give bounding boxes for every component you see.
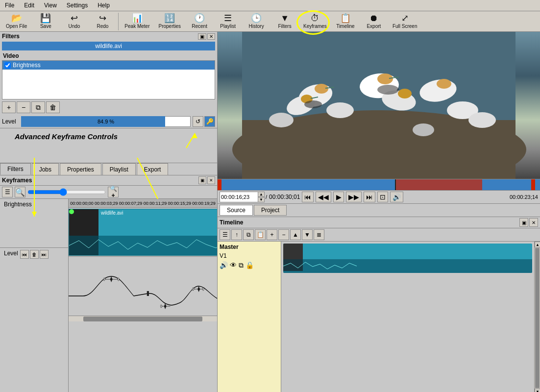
- toolbar-open-file[interactable]: 📂 Open File: [2, 12, 31, 30]
- btn-skip-end[interactable]: ⏭: [364, 192, 375, 202]
- kf-prev-keyframe-btn[interactable]: ⏮: [20, 250, 29, 259]
- tab-properties[interactable]: Properties: [60, 163, 101, 175]
- tl-close-btn[interactable]: ✕: [529, 218, 538, 227]
- btn-prev-frame[interactable]: ◀◀: [316, 192, 331, 202]
- btn-next-frame[interactable]: ▶▶: [346, 192, 362, 202]
- toolbar-history[interactable]: 🕒 History: [243, 12, 270, 30]
- kf-menu-btn[interactable]: ☰: [2, 187, 13, 197]
- toolbar-peak-meter[interactable]: 📊 Peak Meter: [121, 12, 153, 30]
- tl-scroll-thumb[interactable]: [535, 248, 540, 388]
- menu-file[interactable]: File: [2, 1, 17, 10]
- menu-settings[interactable]: Settings: [64, 1, 91, 10]
- filters-empty-space: [2, 70, 215, 99]
- tl-scroll-down[interactable]: ▼: [535, 389, 540, 392]
- tl-toolbar: ☰ ↑ ⧉ 📋 + − ▲ ▼ ≣: [218, 228, 540, 242]
- video-content-svg: [218, 32, 540, 179]
- tl-lock-icon[interactable]: 🔒: [245, 261, 254, 270]
- kf-level-track-label-row: Level ⏮ 🗑 ⏭: [0, 248, 68, 261]
- menu-help[interactable]: Help: [95, 1, 113, 10]
- btn-skip-start[interactable]: ⏮: [302, 192, 314, 202]
- playlist-icon: ☰: [224, 14, 232, 23]
- filter-add-btn[interactable]: +: [2, 101, 16, 113]
- toolbar-recent[interactable]: 🕐 Recent: [186, 12, 213, 30]
- kf-zoom-out-btn[interactable]: 🔍: [15, 187, 25, 197]
- tl-vertical-scrollbar[interactable]: ▲ ▼: [534, 242, 540, 392]
- filter-checkbox-brightness[interactable]: [4, 62, 11, 69]
- kf-next-keyframe-btn[interactable]: ⏭: [40, 250, 49, 259]
- tl-scroll-up[interactable]: ▲: [535, 242, 540, 247]
- kf-close-btn[interactable]: ✕: [207, 176, 215, 184]
- bottom-tabs: Filters Jobs Properties Playlist Export: [0, 163, 217, 175]
- peak-meter-icon: 📊: [132, 14, 143, 23]
- left-panel: Filters ▣ ✕ wildlife.avi Video Brightnes…: [0, 32, 218, 392]
- timecode-down[interactable]: ▼: [258, 197, 265, 202]
- toolbar-filters[interactable]: ▼ Filters: [271, 12, 298, 30]
- tl-master-label: Master: [220, 244, 279, 250]
- tl-restore-btn[interactable]: ▣: [519, 218, 528, 227]
- filter-remove-btn[interactable]: −: [17, 101, 30, 113]
- kf-clip1[interactable]: wildlife.avi: [69, 209, 217, 256]
- tl-copy-btn[interactable]: ⧉: [243, 229, 254, 240]
- filter-copy-btn[interactable]: ⧉: [31, 101, 45, 113]
- timecode-spinners: ▲ ▼: [258, 192, 265, 202]
- svg-point-29: [315, 84, 328, 94]
- filters-close-btn[interactable]: ✕: [207, 33, 215, 40]
- tl-add-btn[interactable]: +: [267, 229, 277, 240]
- tab-jobs[interactable]: Jobs: [32, 163, 59, 175]
- toolbar-timeline[interactable]: 📋 Timeline: [332, 12, 359, 30]
- toolbar-timeline-label: Timeline: [336, 24, 354, 29]
- tl-remove-btn[interactable]: −: [278, 229, 289, 240]
- toolbar-keyframes-label: Keyframes: [303, 24, 327, 29]
- kf-ruler-ticks: 00:00:00;00 00:00:03;29 00:00:07;29 00:0…: [69, 201, 217, 206]
- btn-in-out[interactable]: ⊡: [377, 192, 388, 202]
- toolbar-playlist[interactable]: ☰ Playlist: [214, 12, 242, 30]
- toolbar-undo[interactable]: ↩ Undo: [60, 12, 88, 30]
- tl-audio-icon[interactable]: 🔊: [220, 261, 228, 270]
- btn-play[interactable]: ▶: [333, 192, 344, 202]
- menu-edit[interactable]: Edit: [21, 1, 37, 10]
- tl-paste-btn[interactable]: 📋: [255, 229, 266, 240]
- toolbar-redo[interactable]: ↪ Redo: [89, 12, 116, 30]
- tl-down-btn[interactable]: ▼: [302, 229, 313, 240]
- filter-paste-btn[interactable]: 🗑: [46, 101, 60, 113]
- full-screen-icon: ⤢: [401, 14, 409, 23]
- timecode-up[interactable]: ▲: [258, 192, 265, 197]
- tab-filters[interactable]: Filters: [0, 163, 31, 175]
- tl-up-btn[interactable]: ▲: [290, 229, 301, 240]
- kf-zoom-slider[interactable]: [27, 188, 106, 196]
- tl-lift-btn[interactable]: ↑: [231, 229, 242, 240]
- advanced-keyframe-label: Advanced Keyframe Controls: [0, 128, 217, 145]
- timecode-field[interactable]: [221, 194, 258, 200]
- tab-playlist[interactable]: Playlist: [102, 163, 136, 175]
- kf-zoom-in-btn[interactable]: 🔍+: [108, 187, 119, 197]
- annotation-section: Advanced Keyframe Controls: [0, 128, 217, 163]
- tl-view-btn[interactable]: ≣: [314, 229, 324, 240]
- toolbar-properties[interactable]: 🔢 Properties: [155, 12, 185, 30]
- toolbar-keyframes[interactable]: ⏱ Keyframes: [299, 12, 331, 30]
- svg-point-37: [269, 113, 294, 127]
- kf-scrollbar-thumb[interactable]: [83, 317, 202, 321]
- tl-menu-btn[interactable]: ☰: [220, 229, 230, 240]
- tab-export[interactable]: Export: [137, 163, 169, 175]
- filters-restore-btn[interactable]: ▣: [198, 33, 206, 40]
- filter-item-brightness[interactable]: Brightness: [2, 61, 215, 70]
- tab-source[interactable]: Source: [220, 205, 253, 216]
- btn-volume[interactable]: 🔊: [390, 192, 403, 202]
- timeline-scrubber-track[interactable]: 00:00:00;00 00:00:10;00 00:00:19;29: [218, 179, 540, 190]
- toolbar-save[interactable]: 💾 Save: [32, 12, 59, 30]
- kf-delete-keyframe-btn[interactable]: 🗑: [30, 250, 39, 259]
- tl-eye-icon[interactable]: 👁: [230, 261, 237, 270]
- kf-restore-btn[interactable]: ▣: [198, 176, 206, 184]
- tab-project[interactable]: Project: [254, 205, 287, 216]
- menu-view[interactable]: View: [41, 1, 60, 10]
- toolbar-export[interactable]: ⏺ Export: [360, 12, 388, 30]
- level-bar[interactable]: 84.9 %: [21, 116, 191, 127]
- tl-layers-icon[interactable]: ⧉: [239, 261, 244, 270]
- toolbar-full-screen[interactable]: ⤢ Full Screen: [389, 12, 421, 30]
- kf-horizontal-scrollbar[interactable]: [69, 316, 217, 321]
- scrubber-out-marker: [531, 179, 535, 190]
- timecode-input[interactable]: ▲ ▼: [220, 192, 264, 202]
- level-keyframe-btn[interactable]: 🔑: [204, 116, 215, 127]
- kf-brightness-track-label: Brightness: [0, 199, 68, 248]
- level-reset-btn[interactable]: ↺: [193, 116, 203, 127]
